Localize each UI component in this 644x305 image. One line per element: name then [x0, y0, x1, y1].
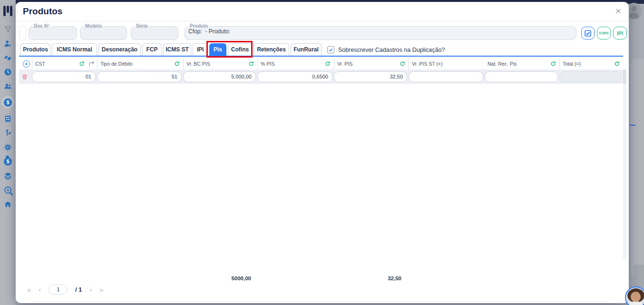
key-edit-icon[interactable] — [3, 128, 13, 137]
app-logo — [3, 6, 12, 17]
add-row-button[interactable]: + — [19, 58, 30, 69]
refresh-icon[interactable] — [400, 61, 405, 67]
column-header-tipo-debito: Tipo de Débito — [97, 58, 182, 69]
tab-pis[interactable]: Pis — [209, 43, 226, 56]
clock-icon[interactable] — [3, 68, 13, 76]
produto-field[interactable]: Produto Cfop: - Produto: — [185, 24, 576, 40]
total-input-disabled — [559, 71, 622, 82]
sidebar: $ $ $ — [0, 0, 16, 305]
refresh-icon[interactable] — [79, 61, 85, 67]
tab-retencoes[interactable]: Retenções — [254, 43, 289, 56]
collapse-handle[interactable] — [19, 26, 26, 40]
serie-field[interactable]: Série — [131, 24, 178, 40]
first-page-icon[interactable]: « — [27, 285, 31, 295]
column-header-nat-rec-pis: Nat. Rec. Pis — [485, 58, 558, 69]
modal-title: Produtos — [23, 6, 62, 17]
duplication-checkbox-label: Sobrescrever Cadastros na Duplicação? — [338, 47, 445, 53]
column-header-pct-pis: % PIS — [257, 58, 332, 69]
user-settings-icon[interactable] — [3, 39, 13, 48]
doc-number-field[interactable]: Doc Nº — [29, 24, 77, 40]
header-divider — [16, 21, 629, 21]
background-accent-line — [630, 125, 635, 126]
produtos-modal: Produtos × Doc Nº Modelo Série Produto C… — [16, 2, 629, 303]
column-header-vr-bc-pis: Vr. BC PIS — [183, 58, 256, 69]
webcam-avatar[interactable] — [625, 286, 644, 305]
tab-ipi[interactable]: IPI — [193, 43, 208, 56]
table-row: 01 51 5.000,00 0,6500 32,50 — [19, 69, 623, 84]
doc-number-label: Doc Nº — [32, 24, 51, 29]
delete-row-button[interactable] — [19, 73, 30, 80]
page-count-label: / 1 — [75, 286, 82, 293]
pagination: « ‹ 1 / 1 › » — [27, 285, 104, 295]
page-number-input[interactable]: 1 — [49, 285, 68, 295]
finance-dollar-icon-active[interactable]: $ — [2, 96, 14, 108]
table-header: + CST Tipo de Débito Vr. BC PIS % PIS Vr… — [19, 58, 623, 69]
background-panel — [631, 59, 644, 277]
handshake-icon[interactable] — [3, 53, 13, 62]
tab-bar: Produtos ICMS Normal Desoneração FCP ICM… — [20, 43, 322, 56]
modelo-label: Modelo — [83, 24, 104, 29]
settings-gear-icon[interactable] — [3, 143, 13, 151]
scrollbar-thumb[interactable] — [623, 69, 626, 84]
close-icon[interactable]: × — [615, 5, 621, 17]
pct-pis-input[interactable]: 0,6500 — [257, 71, 332, 82]
refresh-icon[interactable] — [174, 61, 180, 67]
totals-row: 5000,00 32,50 — [19, 275, 623, 281]
branch-arrow-icon — [88, 61, 95, 67]
nat-rec-pis-input[interactable] — [485, 71, 558, 82]
ipi-button[interactable]: IPI — [613, 27, 627, 39]
cst-input[interactable]: 01 — [32, 71, 96, 82]
prev-page-icon[interactable]: ‹ — [39, 285, 41, 295]
vr-pis-st-input[interactable] — [409, 71, 483, 82]
plus-icon: + — [23, 60, 30, 68]
refresh-icon[interactable] — [550, 61, 556, 67]
total-vr-bc-pis: 5000,00 — [183, 275, 256, 281]
refresh-icon[interactable] — [325, 61, 331, 67]
serie-label: Série — [134, 24, 149, 29]
next-page-icon[interactable]: › — [89, 285, 92, 295]
background-panel-bottom — [634, 265, 644, 287]
confirm-checkbox-button[interactable] — [581, 27, 595, 39]
total-vr-pis: 32,50 — [334, 275, 407, 281]
refresh-icon[interactable] — [248, 61, 254, 67]
last-page-icon[interactable]: » — [99, 285, 103, 295]
users-icon[interactable] — [3, 82, 13, 90]
icms-button[interactable]: ICMS — [597, 27, 611, 39]
column-header-vr-pis-st: Vr. PIS ST (+) — [409, 58, 483, 69]
layers-icon[interactable] — [3, 171, 13, 180]
checkbox-check-icon — [584, 30, 592, 37]
duplication-checkbox[interactable]: Sobrescrever Cadastros na Duplicação? — [327, 46, 445, 53]
tipo-debito-input[interactable]: 51 — [97, 71, 182, 82]
table-scrollbar[interactable] — [623, 69, 626, 260]
tab-funrural[interactable]: FunRural — [291, 43, 322, 56]
checkbox-checked-icon[interactable] — [327, 46, 334, 53]
filter-icon[interactable] — [3, 25, 13, 33]
refresh-icon[interactable] — [614, 61, 620, 67]
tab-icms-normal[interactable]: ICMS Normal — [52, 43, 97, 56]
money-bag-icon[interactable]: $ — [3, 157, 13, 166]
tab-cofins[interactable]: Cofins — [228, 43, 252, 56]
tab-icms-st[interactable]: ICMS ST — [163, 43, 191, 56]
calculator-icon[interactable] — [3, 114, 13, 123]
vr-bc-pis-input[interactable]: 5.000,00 — [183, 71, 256, 82]
active-tab-underline — [19, 56, 623, 57]
trash-icon — [21, 73, 28, 80]
column-header-total: Total (=) — [559, 58, 622, 69]
tab-desoneracao[interactable]: Desoneração — [98, 43, 141, 56]
search-money-icon[interactable]: $ — [3, 186, 13, 194]
modelo-field[interactable]: Modelo — [80, 24, 127, 40]
vr-pis-input[interactable]: 32,50 — [334, 71, 407, 82]
tab-fcp[interactable]: FCP — [142, 43, 162, 56]
home-icon[interactable] — [3, 200, 13, 208]
tab-produtos[interactable]: Produtos — [20, 43, 50, 56]
column-header-vr-pis: Vr. PIS — [334, 58, 407, 69]
column-header-cst: CST — [32, 58, 96, 69]
